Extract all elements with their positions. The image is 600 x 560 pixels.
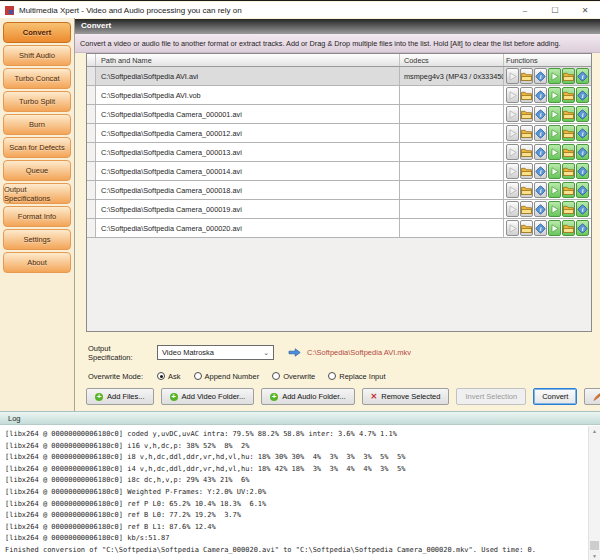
column-header-functions[interactable]: Functions [504, 54, 591, 66]
source-info-icon[interactable]: i [534, 125, 547, 141]
table-row[interactable]: C:\Softpedia\Softpedia Camera_000014.avi… [87, 162, 591, 181]
output-specification-select[interactable]: Video Matroska ⌄ [157, 345, 274, 360]
play-output-icon[interactable] [548, 182, 561, 198]
output-info-icon[interactable]: i [576, 68, 589, 84]
table-row[interactable]: C:\Softpedia\Softpedia Camera_000001.avi… [87, 105, 591, 124]
table-row[interactable]: C:\Softpedia\Softpedia Camera_000019.avi… [87, 200, 591, 219]
table-row[interactable]: C:\Softpedia\Softpedia AVI.avimsmpeg4v3 … [87, 67, 591, 86]
play-source-icon[interactable] [506, 125, 519, 141]
sidebar-item-turbo-split[interactable]: Turbo Split [3, 91, 71, 112]
open-source-folder-icon[interactable] [520, 201, 533, 217]
sidebar-item-convert[interactable]: Convert [3, 22, 71, 43]
play-output-icon[interactable] [548, 87, 561, 103]
table-row[interactable]: C:\Softpedia\Softpedia Camera_000013.avi… [87, 143, 591, 162]
open-source-folder-icon[interactable] [520, 163, 533, 179]
row-selector[interactable] [87, 219, 96, 237]
output-info-icon[interactable]: i [576, 87, 589, 103]
sidebar-item-turbo-concat[interactable]: Turbo Concat [3, 68, 71, 89]
file-path-cell[interactable]: C:\Softpedia\Softpedia Camera_000012.avi [96, 124, 400, 142]
open-source-folder-icon[interactable] [520, 144, 533, 160]
play-output-icon[interactable] [548, 106, 561, 122]
radio-append-number[interactable]: Append Number [194, 372, 260, 381]
play-source-icon[interactable] [506, 182, 519, 198]
sidebar-item-settings[interactable]: Settings [3, 229, 71, 250]
open-output-folder-icon[interactable] [562, 182, 575, 198]
play-output-icon[interactable] [548, 163, 561, 179]
minimize-button[interactable]: – [510, 2, 540, 18]
play-source-icon[interactable] [506, 163, 519, 179]
play-source-icon[interactable] [506, 220, 519, 236]
table-row[interactable]: C:\Softpedia\Softpedia Camera_000020.avi… [87, 219, 591, 238]
open-output-folder-icon[interactable] [562, 163, 575, 179]
source-info-icon[interactable]: i [534, 87, 547, 103]
sidebar-item-queue[interactable]: Queue [3, 160, 71, 181]
open-output-folder-icon[interactable] [562, 106, 575, 122]
radio-replace-input[interactable]: Replace Input [328, 372, 385, 381]
row-selector[interactable] [87, 143, 96, 161]
add-audio-folder-button[interactable]: + Add Audio Folder... [261, 388, 354, 405]
sidebar-item-about[interactable]: About [3, 252, 71, 273]
open-output-folder-icon[interactable] [562, 220, 575, 236]
play-source-icon[interactable] [506, 201, 519, 217]
log-scrollbar[interactable]: ▲ ▼ [588, 426, 600, 560]
file-path-cell[interactable]: C:\Softpedia\Softpedia AVI.avi [96, 67, 400, 85]
source-info-icon[interactable]: i [534, 182, 547, 198]
table-row[interactable]: C:\Softpedia\Softpedia Camera_000018.avi… [87, 181, 591, 200]
file-path-cell[interactable]: C:\Softpedia\Softpedia Camera_000020.avi [96, 219, 400, 237]
sidebar-item-shift-audio[interactable]: Shift Audio [3, 45, 71, 66]
open-source-folder-icon[interactable] [520, 182, 533, 198]
source-info-icon[interactable]: i [534, 144, 547, 160]
source-info-icon[interactable]: i [534, 201, 547, 217]
source-info-icon[interactable]: i [534, 68, 547, 84]
open-source-folder-icon[interactable] [520, 68, 533, 84]
open-output-folder-icon[interactable] [562, 68, 575, 84]
radio-overwrite[interactable]: Overwrite [272, 372, 315, 381]
file-path-cell[interactable]: C:\Softpedia\Softpedia Camera_000013.avi [96, 143, 400, 161]
row-selector[interactable] [87, 105, 96, 123]
open-source-folder-icon[interactable] [520, 106, 533, 122]
row-selector[interactable] [87, 124, 96, 142]
open-output-folder-icon[interactable] [562, 144, 575, 160]
clear-button[interactable]: Clear [584, 388, 600, 405]
open-source-folder-icon[interactable] [520, 87, 533, 103]
add-video-folder-button[interactable]: + Add Video Folder... [161, 388, 255, 405]
play-source-icon[interactable] [506, 144, 519, 160]
row-selector[interactable] [87, 162, 96, 180]
table-row[interactable]: C:\Softpedia\Softpedia AVI.vobii [87, 86, 591, 105]
close-button[interactable]: ✕ [570, 2, 600, 18]
radio-ask[interactable]: Ask [157, 372, 181, 381]
output-info-icon[interactable]: i [576, 163, 589, 179]
scroll-down-icon[interactable]: ▼ [589, 551, 600, 560]
output-info-icon[interactable]: i [576, 125, 589, 141]
output-info-icon[interactable]: i [576, 220, 589, 236]
output-info-icon[interactable]: i [576, 106, 589, 122]
maximize-button[interactable]: ☐ [540, 2, 570, 18]
file-path-cell[interactable]: C:\Softpedia\Softpedia Camera_000001.avi [96, 105, 400, 123]
output-info-icon[interactable]: i [576, 182, 589, 198]
play-output-icon[interactable] [548, 201, 561, 217]
open-output-folder-icon[interactable] [562, 125, 575, 141]
play-source-icon[interactable] [506, 87, 519, 103]
play-source-icon[interactable] [506, 106, 519, 122]
file-path-cell[interactable]: C:\Softpedia\Softpedia Camera_000014.avi [96, 162, 400, 180]
file-path-cell[interactable]: C:\Softpedia\Softpedia Camera_000019.avi [96, 200, 400, 218]
file-path-cell[interactable]: C:\Softpedia\Softpedia Camera_000018.avi [96, 181, 400, 199]
add-files-button[interactable]: + Add Files... [86, 388, 154, 405]
table-row[interactable]: C:\Softpedia\Softpedia Camera_000012.avi… [87, 124, 591, 143]
source-info-icon[interactable]: i [534, 106, 547, 122]
invert-selection-button[interactable]: Invert Selection [456, 388, 526, 405]
source-info-icon[interactable]: i [534, 163, 547, 179]
open-output-folder-icon[interactable] [562, 201, 575, 217]
scroll-thumb[interactable] [590, 541, 599, 550]
sidebar-item-format-info[interactable]: Format Info [3, 206, 71, 227]
scroll-up-icon[interactable]: ▲ [589, 426, 600, 436]
output-info-icon[interactable]: i [576, 201, 589, 217]
play-output-icon[interactable] [548, 68, 561, 84]
play-output-icon[interactable] [548, 144, 561, 160]
play-output-icon[interactable] [548, 125, 561, 141]
open-source-folder-icon[interactable] [520, 125, 533, 141]
file-path-cell[interactable]: C:\Softpedia\Softpedia AVI.vob [96, 86, 400, 104]
column-header-path[interactable]: Path and Name [96, 54, 400, 66]
play-output-icon[interactable] [548, 220, 561, 236]
row-selector[interactable] [87, 200, 96, 218]
